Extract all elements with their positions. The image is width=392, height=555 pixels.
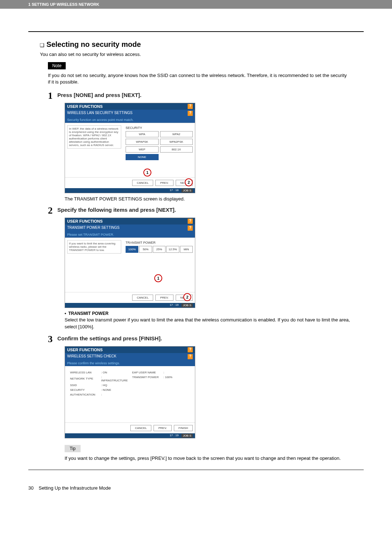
tip-label: Tip xyxy=(65,445,81,452)
status-time: 17 : 19 xyxy=(170,434,178,438)
none-button[interactable]: NONE xyxy=(126,154,158,160)
help-icon[interactable]: ? xyxy=(188,104,193,109)
transmit-bullet: •TRANSMIT POWER xyxy=(65,311,364,316)
subtitle-text: WIRELESS LAN SECURITY SETTINGS xyxy=(67,111,132,116)
title-text: Selecting no security mode xyxy=(46,40,141,48)
wep-button[interactable]: WEP xyxy=(126,146,158,153)
table-row: WIRELESS LAN: ON xyxy=(69,370,129,374)
step-title: Specify the following items and press [N… xyxy=(57,205,176,213)
step-number: 1 xyxy=(48,90,57,101)
finish-button[interactable]: FINISH xyxy=(174,425,193,431)
cancel-button[interactable]: CANCEL xyxy=(132,295,153,301)
prev-button[interactable]: PREV. xyxy=(155,180,173,186)
jobs-button[interactable]: JOB S xyxy=(181,434,193,438)
window-subtitle: TRANSMIT POWER SETTINGS ? xyxy=(65,224,195,232)
right-pane: TRANSMIT POWER 100% 50% 25% 12.5% MIN xyxy=(123,238,195,292)
prev-button[interactable]: PREV. xyxy=(155,295,173,301)
bullet-icon: • xyxy=(65,311,66,316)
subtitle-text: TRANSMIT POWER SETTINGS xyxy=(67,226,119,231)
pwr-min-button[interactable]: MIN xyxy=(180,246,193,253)
bullet-label: TRANSMIT POWER xyxy=(68,311,109,316)
statusbar: 17 : 19 JOB S xyxy=(65,433,195,438)
screenshot-transmit: USER FUNCTIONS ? TRANSMIT POWER SETTINGS… xyxy=(65,218,195,308)
right-pane: SECURITY WPA WPA2 WPAPSK WPA2PSK WEP 802… xyxy=(123,123,195,177)
title-bullet-icon: ❑ xyxy=(40,40,44,49)
status-time: 17 : 18 xyxy=(170,189,178,193)
rule-top xyxy=(28,31,364,32)
page-number: 30 xyxy=(28,485,33,491)
table-row: SSID: HQ xyxy=(69,383,129,387)
table-row: TRANSMIT POWER: 100% xyxy=(131,375,174,379)
window-subtitle: WIRELESS SETTING CHECK ? xyxy=(65,353,195,360)
page-content: ❑Selecting no security mode You can also… xyxy=(0,9,392,485)
window-title: USER FUNCTIONS xyxy=(67,348,103,352)
transmit-text: Select the low transmit power if you wan… xyxy=(65,317,356,330)
help-icon[interactable]: ? xyxy=(188,354,193,359)
left-desc: If you want to limit the area covering w… xyxy=(67,240,121,254)
jobs-button[interactable]: JOB S xyxy=(181,189,193,193)
page-footer: 30 Setting Up the Infrastructure Mode xyxy=(0,485,392,502)
footer-buttons: CANCEL PREV. NEXT xyxy=(65,292,195,303)
help-icon[interactable]: ? xyxy=(188,226,193,231)
step-title: Press [NONE] and press [NEXT]. xyxy=(57,90,142,98)
section-intro: You can also set no security for wireles… xyxy=(40,52,364,57)
table-row: AUTHENTICATION: xyxy=(69,393,129,397)
rule-bottom xyxy=(28,470,364,470)
security-label: SECURITY xyxy=(126,126,193,130)
table-row: NETWORK TYPE: INFRASTRUCTURE xyxy=(69,375,129,382)
footer-title: Setting Up the Infrastructure Mode xyxy=(38,485,111,491)
power-label: TRANSMIT POWER xyxy=(126,241,193,244)
table-row: EAP USER NAME: xyxy=(131,370,174,374)
window-titlebar: USER FUNCTIONS ? xyxy=(65,218,195,224)
step-number: 2 xyxy=(48,205,57,216)
window-titlebar: USER FUNCTIONS ? xyxy=(65,103,195,110)
settings-summary: WIRELESS LAN: ON NETWORK TYPE: INFRASTRU… xyxy=(65,366,195,422)
left-desc: In WEP, the data of a wireless network i… xyxy=(67,125,121,149)
left-pane: In WEP, the data of a wireless network i… xyxy=(65,123,123,177)
note-label: Note xyxy=(48,62,66,69)
pwr-12-button[interactable]: 12.5% xyxy=(166,246,179,253)
chapter-label: 1 SETTING UP WIRELESS NETWORK xyxy=(28,2,99,7)
status-time: 17 : 19 xyxy=(170,303,178,307)
window-hint: Please set TRANSMIT POWER. xyxy=(65,232,195,238)
window-subtitle: WIRELESS LAN SECURITY SETTINGS ? xyxy=(65,110,195,117)
statusbar: 17 : 19 JOB S xyxy=(65,303,195,308)
cancel-button[interactable]: CANCEL xyxy=(132,180,153,186)
step-title: Confirm the settings and press [FINISH]. xyxy=(57,334,162,341)
help-icon[interactable]: ? xyxy=(188,111,193,116)
pwr-100-button[interactable]: 100% xyxy=(126,246,138,253)
window-title: USER FUNCTIONS xyxy=(67,219,103,223)
wpa2psk-button[interactable]: WPA2PSK xyxy=(160,139,193,145)
step-3: 3 Confirm the settings and press [FINISH… xyxy=(48,334,364,345)
footer-buttons: CANCEL PREV. FINISH xyxy=(65,422,195,433)
tip-text: If you want to change the settings, pres… xyxy=(65,455,353,462)
help-icon[interactable]: ? xyxy=(188,219,193,224)
wpapsk-button[interactable]: WPAPSK xyxy=(126,139,158,145)
wpa2-button[interactable]: WPA2 xyxy=(160,131,193,137)
step-1: 1 Press [NONE] and press [NEXT]. xyxy=(48,90,364,101)
step1-caption: The TRANSMIT POWER SETTINGS screen is di… xyxy=(65,196,364,202)
pwr-25-button[interactable]: 25% xyxy=(153,246,166,253)
footer-buttons: CANCEL PREV. NEXT xyxy=(65,177,195,188)
cancel-button[interactable]: CANCEL xyxy=(130,425,151,431)
jobs-button[interactable]: JOB S xyxy=(181,303,193,307)
screenshot-confirm: USER FUNCTIONS ? WIRELESS SETTING CHECK … xyxy=(65,346,195,438)
help-icon[interactable]: ? xyxy=(188,347,193,352)
window-titlebar: USER FUNCTIONS ? xyxy=(65,347,195,353)
left-pane: If you want to limit the area covering w… xyxy=(65,238,123,292)
subtitle-text: WIRELESS SETTING CHECK xyxy=(67,354,117,359)
prev-button[interactable]: PREV. xyxy=(154,425,171,431)
page-header: 1 SETTING UP WIRELESS NETWORK xyxy=(0,0,392,9)
screenshot-security: USER FUNCTIONS ? WIRELESS LAN SECURITY S… xyxy=(65,103,195,193)
8021x-button[interactable]: 802.1X xyxy=(160,146,193,153)
step-2: 2 Specify the following items and press … xyxy=(48,205,364,216)
section-title: ❑Selecting no security mode xyxy=(40,40,364,49)
window-title: USER FUNCTIONS xyxy=(67,104,103,109)
note-text: If you do not set no security, anyone kn… xyxy=(48,72,349,85)
window-hint: Security function on access point must m… xyxy=(65,117,195,123)
window-hint: Please confirm the wireless settings. xyxy=(65,360,195,366)
step-number: 3 xyxy=(48,334,57,345)
pwr-50-button[interactable]: 50% xyxy=(139,246,152,253)
wpa-button[interactable]: WPA xyxy=(126,131,158,137)
statusbar: 17 : 18 JOB S xyxy=(65,188,195,193)
